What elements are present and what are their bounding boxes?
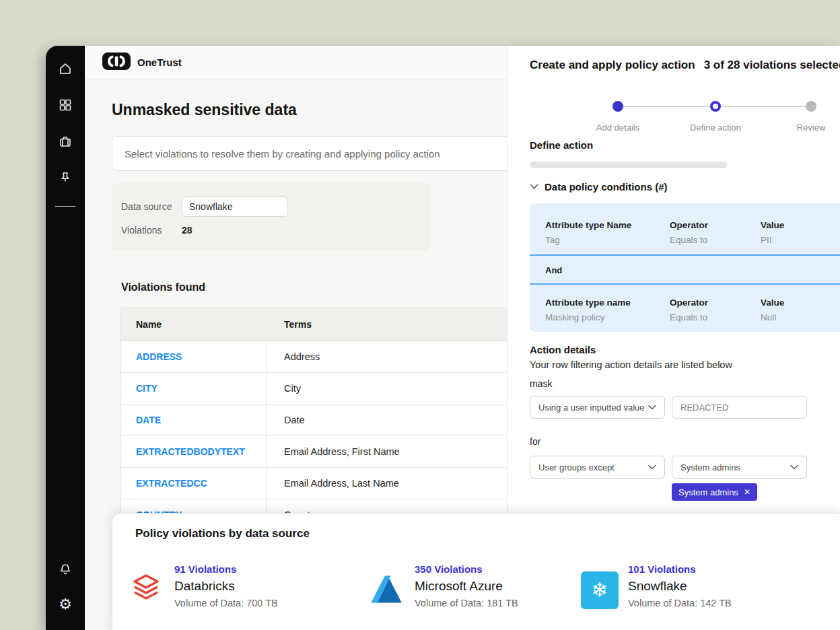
for-label: for bbox=[530, 436, 540, 447]
step-dot-current bbox=[710, 101, 721, 112]
table-row[interactable]: DATE Date bbox=[121, 405, 508, 436]
condition-operator-value: Equals to bbox=[670, 312, 708, 322]
panel-title: Create and apply policy action 3 of 28 v… bbox=[530, 59, 840, 72]
page-title: Unmasked sensitive data bbox=[112, 101, 297, 119]
source-volume: Volume of Data: 142 TB bbox=[628, 598, 732, 608]
bell-icon[interactable] bbox=[55, 559, 76, 580]
pin-icon[interactable] bbox=[55, 167, 76, 188]
violations-count-label: Violations bbox=[121, 225, 182, 236]
violation-name-link[interactable]: DATE bbox=[121, 405, 267, 435]
action-details-heading: Action details bbox=[530, 344, 596, 355]
data-source-input[interactable] bbox=[182, 197, 288, 217]
violations-table: Name Terms ADDRESS Address CITY City DAT… bbox=[120, 308, 508, 531]
violation-terms: City bbox=[267, 383, 508, 394]
condition-operator-label: Operator bbox=[670, 298, 708, 308]
violation-terms: Date bbox=[267, 415, 508, 425]
selection-count: 3 of 28 violations selected bbox=[704, 59, 840, 72]
policy-violations-card: Policy violations by data source 91 Viol… bbox=[112, 513, 840, 630]
condition-divider bbox=[530, 254, 840, 256]
table-row[interactable]: CITY City bbox=[121, 373, 508, 405]
condition-value-label: Value bbox=[761, 220, 784, 230]
app-header: OneTrust bbox=[85, 46, 507, 79]
source-volume: Volume of Data: 700 TB bbox=[174, 598, 278, 608]
step-label-define-action[interactable]: Define action bbox=[690, 123, 741, 133]
for-method-dropdown[interactable]: User groups except bbox=[530, 456, 665, 479]
condition-operator-value: Equals to bbox=[670, 235, 708, 245]
source-name: Microsoft Azure bbox=[415, 579, 518, 594]
conditions-section-toggle[interactable]: Data policy conditions (#) bbox=[530, 181, 668, 193]
primary-sidebar: ⚙ bbox=[46, 46, 85, 630]
content-area: OneTrust Unmasked sensitive data Select … bbox=[85, 46, 840, 630]
data-source-azure: 350 Violations Microsoft Azure Volume of… bbox=[368, 563, 518, 608]
violations-link[interactable]: 91 Violations bbox=[174, 563, 278, 575]
source-volume: Volume of Data: 181 TB bbox=[415, 598, 518, 608]
violations-found-heading: Violations found bbox=[121, 281, 205, 293]
chevron-down-icon bbox=[648, 464, 656, 470]
table-row[interactable]: ADDRESS Address bbox=[121, 341, 508, 373]
chevron-down-icon bbox=[790, 464, 798, 470]
table-header-row: Name Terms bbox=[121, 308, 508, 341]
sidebar-divider bbox=[55, 206, 75, 207]
condition-value-value: Null bbox=[761, 312, 784, 322]
instructions-text: Select violations to resolve them by cre… bbox=[125, 148, 440, 160]
data-policy-conditions-box: Attribute type Name Tag Operator Equals … bbox=[530, 203, 840, 332]
data-source-snowflake: ❄ 101 Violations Snowflake Volume of Dat… bbox=[581, 563, 732, 609]
source-name: Databricks bbox=[174, 579, 278, 594]
violation-name-link[interactable]: CITY bbox=[121, 373, 267, 404]
condition-attr-value: Masking policy bbox=[545, 312, 631, 322]
wizard-stepper: Add details Define action Review bbox=[530, 94, 826, 135]
violation-terms: Address bbox=[267, 351, 508, 362]
briefcase-icon[interactable] bbox=[55, 131, 76, 152]
apps-grid-icon[interactable] bbox=[55, 94, 76, 116]
violations-link[interactable]: 350 Violations bbox=[415, 563, 518, 575]
step-dot-upcoming bbox=[806, 101, 816, 112]
gear-icon[interactable]: ⚙ bbox=[55, 594, 76, 615]
conditions-heading-text: Data policy conditions (#) bbox=[545, 181, 668, 193]
chevron-down-icon bbox=[530, 184, 538, 190]
violation-terms: Email Address, Last Name bbox=[267, 478, 508, 489]
condition-value-value: PII bbox=[761, 235, 784, 245]
chip-remove-icon[interactable]: ✕ bbox=[744, 487, 750, 497]
selected-group-chip[interactable]: System admins ✕ bbox=[672, 483, 757, 501]
onetrust-logo-icon bbox=[102, 53, 131, 73]
condition-value-label: Value bbox=[761, 298, 784, 308]
condition-operator-label: Operator bbox=[670, 220, 708, 230]
mask-method-dropdown[interactable]: Using a user inputted value bbox=[530, 396, 665, 419]
table-row[interactable]: EXTRACTEDCC Email Address, Last Name bbox=[121, 468, 508, 499]
step-dot-complete bbox=[612, 101, 623, 112]
violation-name-link[interactable]: ADDRESS bbox=[121, 341, 267, 372]
violations-link[interactable]: 101 Violations bbox=[628, 563, 732, 575]
condition-attr-value: Tag bbox=[545, 235, 631, 245]
violation-name-link[interactable]: EXTRACTEDBODYTEXT bbox=[121, 436, 267, 467]
action-details-subheading: Your row filtering action details are li… bbox=[530, 359, 732, 370]
condition-connector: And bbox=[545, 265, 562, 275]
app-window: ⚙ OneTrust Unmasked sensitive data Selec… bbox=[46, 46, 840, 630]
violation-name-link[interactable]: EXTRACTEDCC bbox=[121, 468, 267, 499]
panel-title-text: Create and apply policy action bbox=[530, 59, 695, 72]
snowflake-logo-icon: ❄ bbox=[581, 571, 619, 609]
column-header-name: Name bbox=[121, 319, 267, 330]
step-label-review[interactable]: Review bbox=[797, 123, 826, 133]
condition-attr-label: Attribute type Name bbox=[545, 220, 631, 230]
table-row[interactable]: EXTRACTEDBODYTEXT Email Address, First N… bbox=[121, 436, 508, 468]
brand-name: OneTrust bbox=[137, 57, 182, 68]
footer-title: Policy violations by data source bbox=[135, 527, 310, 540]
define-action-heading: Define action bbox=[530, 139, 593, 151]
home-icon[interactable] bbox=[55, 58, 76, 79]
violation-terms: Email Address, First Name bbox=[267, 446, 508, 457]
chevron-down-icon bbox=[648, 405, 656, 410]
mask-value-input[interactable] bbox=[672, 396, 807, 419]
for-value-dropdown[interactable]: System admins bbox=[672, 456, 807, 479]
violations-count-value: 28 bbox=[182, 225, 193, 236]
instructions-banner: Select violations to resolve them by cre… bbox=[112, 136, 508, 171]
step-label-add-details[interactable]: Add details bbox=[596, 123, 639, 133]
databricks-logo-icon bbox=[127, 571, 165, 605]
progress-skeleton-bar bbox=[530, 162, 727, 168]
data-source-label: Data source bbox=[121, 201, 182, 212]
condition-attr-label: Attribute type name bbox=[545, 298, 631, 308]
summary-box: Data source Violations 28 bbox=[112, 183, 431, 250]
source-name: Snowflake bbox=[628, 579, 732, 594]
condition-divider bbox=[530, 283, 840, 285]
data-source-databricks: 91 Violations Databricks Volume of Data:… bbox=[127, 563, 278, 608]
azure-logo-icon bbox=[368, 571, 405, 606]
